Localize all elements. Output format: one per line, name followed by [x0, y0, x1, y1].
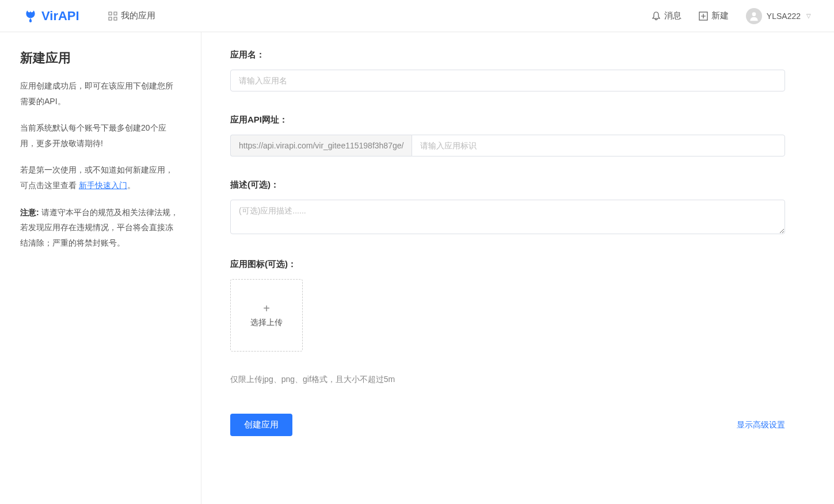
- app-name-input[interactable]: [230, 70, 785, 91]
- chevron-down-icon: ▽: [806, 13, 811, 19]
- nav-my-apps-label: 我的应用: [121, 10, 155, 21]
- apps-icon: [108, 12, 117, 21]
- logo[interactable]: VirAPI: [23, 9, 79, 24]
- svg-point-5: [752, 12, 756, 16]
- sidebar-p4-strong: 注意:: [20, 208, 41, 217]
- submit-button[interactable]: 创建应用: [230, 414, 292, 436]
- api-url-prefix: https://api.virapi.com/vir_gitee115198f3…: [230, 135, 412, 156]
- bell-icon: [652, 12, 661, 21]
- svg-rect-0: [109, 12, 112, 15]
- main-form: 应用名： 应用API网址： https://api.virapi.com/vir…: [201, 32, 834, 504]
- new-button[interactable]: 新建: [699, 10, 729, 21]
- nav-my-apps[interactable]: 我的应用: [108, 10, 155, 21]
- sidebar-p4: 注意: 请遵守本平台的规范及相关法律法规，若发现应用存在违规情况，平台将会直接冻…: [20, 205, 181, 251]
- top-header: VirAPI 我的应用 消息 新建 YLSA222 ▽: [0, 0, 834, 32]
- user-menu[interactable]: YLSA222 ▽: [746, 8, 811, 24]
- plus-box-icon: [699, 12, 708, 21]
- quick-start-link[interactable]: 新手快速入门: [79, 181, 127, 190]
- icon-label: 应用图标(可选)：: [230, 259, 785, 270]
- upload-text: 选择上传: [250, 318, 283, 328]
- sidebar-p2: 当前系统默认每个账号下最多创建20个应用，更多开放敬请期待!: [20, 120, 181, 151]
- upload-button[interactable]: + 选择上传: [230, 279, 303, 352]
- advanced-settings-link[interactable]: 显示高级设置: [737, 420, 785, 430]
- logo-text: VirAPI: [41, 9, 79, 24]
- header-right: 消息 新建 YLSA222 ▽: [652, 8, 811, 24]
- messages-label: 消息: [664, 10, 681, 21]
- sidebar: 新建应用 应用创建成功后，即可在该应用下创建您所需要的API。 当前系统默认每个…: [0, 32, 201, 504]
- svg-rect-1: [114, 12, 117, 15]
- sidebar-p3: 若是第一次使用，或不知道如何新建应用，可点击这里查看 新手快速入门。: [20, 162, 181, 193]
- app-name-label: 应用名：: [230, 49, 785, 60]
- sidebar-p3-suffix: 。: [127, 181, 135, 190]
- username: YLSA222: [767, 12, 801, 21]
- messages-button[interactable]: 消息: [652, 10, 681, 21]
- description-textarea[interactable]: [230, 200, 785, 234]
- avatar: [746, 8, 762, 24]
- plus-icon: +: [263, 303, 270, 314]
- sidebar-p1: 应用创建成功后，即可在该应用下创建您所需要的API。: [20, 78, 181, 109]
- api-slug-input[interactable]: [412, 135, 785, 156]
- upload-hint: 仅限上传jpg、png、gif格式，且大小不超过5m: [230, 375, 785, 385]
- new-label: 新建: [711, 10, 729, 21]
- sidebar-p4-text: 请遵守本平台的规范及相关法律法规，若发现应用存在违规情况，平台将会直接冻结清除；…: [20, 208, 178, 247]
- sidebar-title: 新建应用: [20, 49, 181, 67]
- logo-icon: [23, 9, 38, 24]
- description-label: 描述(可选)：: [230, 180, 785, 190]
- api-url-label: 应用API网址：: [230, 114, 785, 125]
- svg-rect-2: [109, 17, 112, 20]
- svg-rect-3: [114, 17, 117, 20]
